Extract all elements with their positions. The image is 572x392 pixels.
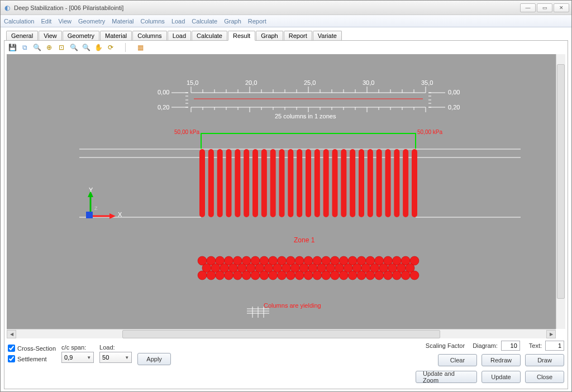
svg-point-143 — [207, 271, 216, 280]
titlebar: ◐ Deep Stabilization - [006 Pilaristabil… — [1, 1, 571, 15]
svg-rect-71 — [270, 149, 276, 217]
svg-rect-73 — [288, 149, 293, 217]
svg-point-144 — [216, 271, 225, 280]
tab-graph[interactable]: Graph — [256, 31, 283, 41]
menu-material[interactable]: Material — [112, 18, 134, 25]
zoom-reset-icon[interactable]: 🔍 — [82, 43, 90, 52]
zoom-out-icon[interactable]: 🔍 — [69, 43, 78, 52]
cc-span-select[interactable]: 0,9▼ — [61, 352, 94, 363]
tab-load[interactable]: Load — [168, 31, 191, 41]
svg-rect-82 — [368, 149, 373, 217]
vertical-scrollbar[interactable] — [556, 54, 565, 329]
menu-view[interactable]: View — [58, 18, 72, 25]
svg-point-158 — [339, 271, 348, 280]
tab-variate[interactable]: Variate — [313, 31, 342, 41]
svg-rect-67 — [235, 149, 240, 217]
svg-point-157 — [331, 271, 340, 280]
svg-point-156 — [322, 271, 331, 280]
tab-report[interactable]: Report — [284, 31, 312, 41]
dialog-buttons: Update and Zoom Update Close — [7, 369, 565, 386]
maximize-button[interactable]: ▭ — [537, 3, 552, 12]
redraw-icon[interactable]: ⟳ — [106, 43, 115, 52]
svg-rect-74 — [297, 149, 302, 217]
copy-icon[interactable]: ⧉ — [20, 43, 29, 52]
axis-z-label: Z — [94, 205, 98, 211]
coordinate-axes — [86, 191, 116, 219]
svg-point-151 — [278, 271, 287, 280]
menu-graph[interactable]: Graph — [224, 18, 241, 25]
svg-point-162 — [375, 271, 384, 280]
horizontal-scrollbar[interactable]: ◀▶ — [7, 329, 556, 338]
svg-rect-84 — [385, 149, 391, 217]
svg-point-161 — [366, 271, 375, 280]
scaling-factor-label: Scaling Factor — [426, 342, 465, 349]
svg-rect-72 — [279, 149, 285, 217]
close-button[interactable]: Close — [525, 371, 564, 383]
svg-point-160 — [357, 271, 366, 280]
axis-y-label: Y — [89, 187, 93, 193]
settlement-checkbox[interactable]: Settlement — [8, 355, 56, 362]
svg-rect-63 — [199, 149, 205, 217]
diagram-label: Diagram: — [473, 342, 498, 349]
tab-general[interactable]: General — [6, 31, 38, 41]
ruler-tick-a: 15,0 — [187, 79, 198, 86]
tab-calculate[interactable]: Calculate — [192, 31, 227, 41]
tabstrip: GeneralViewGeometryMaterialColumnsLoadCa… — [6, 31, 568, 41]
menu-calculation[interactable]: Calculation — [4, 18, 34, 25]
window-title: Deep Stabilization - [006 Pilaristabiloi… — [14, 4, 520, 11]
svg-rect-81 — [359, 149, 364, 217]
update-button[interactable]: Update — [482, 371, 521, 383]
svg-point-155 — [313, 271, 322, 280]
app-icon: ◐ — [3, 3, 12, 12]
menu-calculate[interactable]: Calculate — [192, 18, 217, 25]
tab-result[interactable]: Result — [228, 31, 255, 41]
clear-button[interactable]: Clear — [438, 354, 477, 366]
svg-point-148 — [251, 271, 260, 280]
save-icon[interactable]: 💾 — [8, 43, 17, 52]
menu-load[interactable]: Load — [171, 18, 185, 25]
tab-material[interactable]: Material — [100, 31, 132, 41]
draw-button[interactable]: Draw — [525, 354, 564, 366]
cross-section-checkbox[interactable]: Cross-Section — [8, 345, 56, 352]
svg-point-159 — [348, 271, 357, 280]
apply-button[interactable]: Apply — [137, 353, 171, 365]
ruler-tick-d: 30,0 — [363, 79, 374, 86]
menu-edit[interactable]: Edit — [41, 18, 51, 25]
svg-point-154 — [304, 271, 313, 280]
update-zoom-button[interactable]: Update and Zoom — [416, 371, 477, 383]
svg-point-153 — [295, 271, 304, 280]
menu-columns[interactable]: Columns — [140, 18, 164, 25]
svg-rect-86 — [403, 149, 408, 217]
tab-geometry[interactable]: Geometry — [63, 31, 99, 41]
svg-point-163 — [384, 271, 393, 280]
options-row: Cross-Section Settlement c/c span: 0,9▼ … — [7, 338, 565, 369]
ruler-tick-b: 20,0 — [245, 79, 257, 86]
zoom-window-icon[interactable]: ⊡ — [57, 43, 66, 52]
svg-point-142 — [198, 271, 207, 280]
cc-span-label: c/c span: — [61, 344, 94, 351]
text-input[interactable]: 1 — [545, 341, 564, 351]
tab-columns[interactable]: Columns — [132, 31, 166, 41]
svg-rect-66 — [226, 149, 232, 217]
svg-rect-76 — [314, 149, 320, 217]
svg-rect-87 — [412, 149, 417, 217]
result-tab-panel: 💾⧉🔍⊕⊡🔍🔍✋⟳▦ — [4, 40, 568, 389]
toolbar: 💾⧉🔍⊕⊡🔍🔍✋⟳▦ — [7, 43, 565, 54]
tab-view[interactable]: View — [39, 31, 62, 41]
result-viewport[interactable]: 15,0 20,0 25,0 15,0 20,0 25,0 30,0 35,0 … — [7, 54, 556, 329]
redraw-button[interactable]: Redraw — [482, 354, 521, 366]
zoom-fit-icon[interactable]: ⊕ — [45, 43, 54, 52]
pan-icon[interactable]: ✋ — [94, 43, 103, 52]
svg-rect-77 — [323, 149, 329, 217]
close-window-button[interactable]: ✕ — [554, 3, 569, 12]
ruler-tick-e: 35,0 — [421, 79, 433, 86]
minimize-button[interactable]: — — [520, 3, 536, 12]
menu-report[interactable]: Report — [248, 18, 266, 25]
settings-icon[interactable]: ▦ — [136, 43, 145, 52]
load-right-label: 50,00 kPa — [417, 129, 442, 135]
menu-geometry[interactable]: Geometry — [78, 18, 105, 25]
diagram-input[interactable]: 10 — [501, 341, 520, 351]
text-label: Text: — [529, 342, 542, 349]
zoom-in-icon[interactable]: 🔍 — [32, 43, 41, 52]
load-select[interactable]: 50▼ — [99, 352, 132, 363]
